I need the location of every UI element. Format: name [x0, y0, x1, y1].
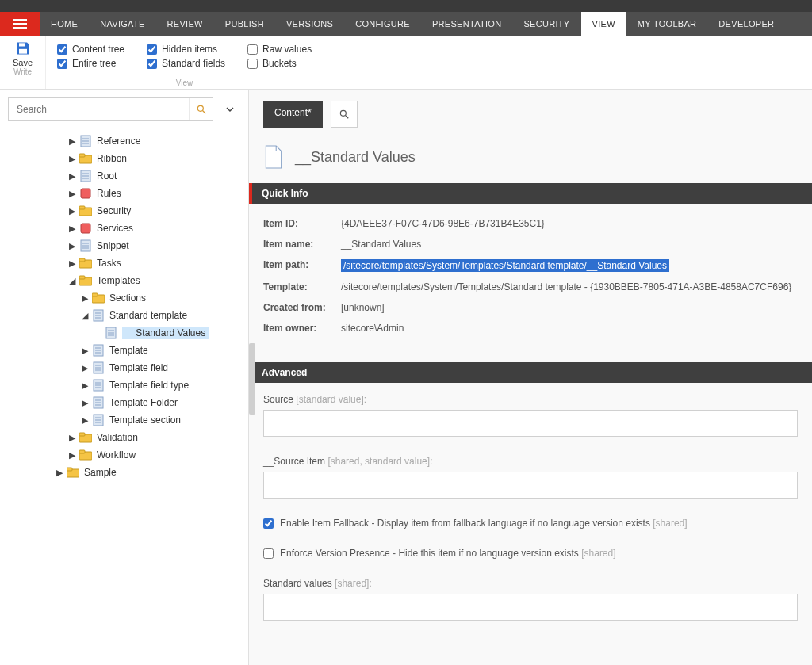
nav-tab-presentation[interactable]: PRESENTATION — [421, 12, 513, 36]
content-tab[interactable]: Content* — [263, 101, 323, 128]
nav-tab-my-toolbar[interactable]: MY TOOLBAR — [626, 12, 708, 36]
nav-tab-home[interactable]: HOME — [40, 12, 89, 36]
tree-expand-arrow[interactable]: ▶ — [68, 433, 76, 443]
nav-tab-security[interactable]: SECURITY — [512, 12, 580, 36]
ribbon-check-label: Hidden items — [162, 44, 217, 55]
hamburger-menu-button[interactable] — [0, 12, 40, 36]
ribbon-checkbox[interactable] — [247, 59, 258, 69]
search-box — [8, 97, 213, 121]
tree-expand-arrow[interactable]: ▶ — [68, 258, 76, 269]
ribbon-check-hidden-items[interactable]: Hidden items — [147, 44, 225, 55]
ribbon-check-content-tree[interactable]: Content tree — [57, 44, 124, 55]
tree-item-validation[interactable]: ▶Validation — [0, 429, 248, 446]
enforce-version-checkbox[interactable] — [263, 548, 274, 559]
ribbon-checkbox[interactable] — [147, 59, 157, 69]
ribbon-checkbox[interactable] — [57, 44, 67, 55]
nav-tab-publish[interactable]: PUBLISH — [214, 12, 275, 36]
content-tree: ▶Reference▶Ribbon▶Root▶Rules▶Security▶Se… — [0, 129, 248, 665]
ribbon-checkbox[interactable] — [147, 44, 157, 55]
document-icon — [263, 145, 284, 169]
tree-expand-arrow[interactable]: ▶ — [56, 468, 63, 478]
search-content-button[interactable] — [331, 101, 358, 128]
tree-item-root[interactable]: ▶Root — [0, 167, 248, 185]
tree-expand-arrow[interactable]: ▶ — [81, 415, 89, 426]
svg-point-2 — [197, 105, 203, 111]
tree-expand-arrow[interactable]: ▶ — [81, 398, 89, 408]
search-button[interactable] — [189, 98, 213, 120]
quick-info-header[interactable]: Quick Info — [249, 183, 812, 204]
tree-item-standard-template[interactable]: ◢Standard template — [0, 307, 248, 324]
tree-item-template-field-type[interactable]: ▶Template field type — [0, 376, 248, 394]
tree-expand-arrow[interactable]: ▶ — [68, 206, 76, 216]
tree-item-services[interactable]: ▶Services — [0, 220, 248, 237]
search-options-dropdown[interactable] — [220, 97, 240, 121]
template-icon — [79, 135, 92, 147]
tree-item-template[interactable]: ▶Template — [0, 342, 248, 359]
source-input[interactable] — [263, 410, 798, 437]
tree-expand-arrow[interactable]: ▶ — [68, 224, 76, 234]
save-button[interactable]: Save Write — [0, 36, 46, 89]
nav-tab-navigate[interactable]: NAVIGATE — [89, 12, 155, 36]
tree-item-template-field[interactable]: ▶Template field — [0, 359, 248, 376]
ribbon-checkbox[interactable] — [57, 59, 67, 69]
nav-tab-configure[interactable]: CONFIGURE — [344, 12, 421, 36]
enforce-version-label[interactable]: Enforce Version Presence - Hide this ite… — [280, 548, 616, 559]
standard-values-input[interactable] — [263, 594, 798, 621]
nav-tab-developer[interactable]: DEVELOPER — [707, 12, 785, 36]
tree-expand-arrow[interactable]: ▶ — [68, 450, 76, 461]
tree-item-tasks[interactable]: ▶Tasks — [0, 254, 248, 272]
tree-item-security[interactable]: ▶Security — [0, 202, 248, 220]
ribbon-check-buckets[interactable]: Buckets — [247, 58, 312, 69]
tree-item-workflow[interactable]: ▶Workflow — [0, 446, 248, 464]
nav-tab-versions[interactable]: VERSIONS — [275, 12, 344, 36]
qi-item-id[interactable]: {4DAEEE37-F07C-47D6-98E6-7B731B4E35C1} — [341, 218, 798, 229]
nav-tab-view[interactable]: VIEW — [581, 12, 626, 36]
tree-item-template-folder[interactable]: ▶Template Folder — [0, 394, 248, 411]
tree-expand-arrow[interactable]: ◢ — [68, 276, 76, 286]
enable-fallback-checkbox[interactable] — [263, 518, 274, 529]
tree-expand-arrow[interactable]: ▶ — [81, 363, 89, 373]
tree-item-sections[interactable]: ▶Sections — [0, 289, 248, 307]
svg-rect-59 — [79, 450, 85, 453]
nav-tab-review[interactable]: REVIEW — [156, 12, 214, 36]
qi-item-path[interactable]: /sitecore/templates/System/Templates/Sta… — [341, 259, 669, 272]
tree-item-label: Services — [97, 223, 133, 234]
advanced-header[interactable]: Advanced — [249, 362, 812, 383]
tree-expand-arrow[interactable]: ▶ — [68, 136, 76, 147]
ribbon-check-label: Raw values — [262, 44, 312, 55]
splitter-handle[interactable] — [249, 343, 255, 415]
tree-item-ribbon[interactable]: ▶Ribbon — [0, 150, 248, 167]
ribbon-check-standard-fields[interactable]: Standard fields — [147, 58, 225, 69]
tree-item-templates[interactable]: ◢Templates — [0, 272, 248, 289]
tree-expand-arrow[interactable]: ◢ — [81, 311, 89, 321]
tree-expand-arrow[interactable]: ▶ — [68, 154, 76, 164]
tree-item-reference[interactable]: ▶Reference — [0, 132, 248, 150]
tree-item-label: Security — [97, 205, 131, 216]
tree-item-sample[interactable]: ▶Sample — [0, 464, 248, 481]
qi-template[interactable]: /sitecore/templates/System/Templates/Sta… — [341, 281, 798, 292]
tree-item-template-section[interactable]: ▶Template section — [0, 411, 248, 429]
folder-icon — [79, 204, 92, 217]
qi-item-name[interactable]: __Standard Values — [341, 239, 798, 250]
enable-fallback-label[interactable]: Enable Item Fallback - Display item from… — [280, 518, 688, 529]
qi-created-from[interactable]: [unknown] — [341, 302, 798, 313]
source-item-input[interactable] — [263, 472, 798, 499]
ribbon-check-entire-tree[interactable]: Entire tree — [57, 58, 124, 69]
tree-expand-arrow[interactable]: ▶ — [68, 189, 76, 199]
ribbon-checkbox[interactable] — [247, 44, 258, 55]
qi-item-owner[interactable]: sitecore\Admin — [341, 323, 798, 334]
tree-item--standard-values[interactable]: __Standard Values — [0, 324, 248, 342]
qi-created-from-label: Created from: — [263, 302, 341, 313]
tree-item-snippet[interactable]: ▶Snippet — [0, 237, 248, 254]
tree-expand-arrow[interactable]: ▶ — [81, 293, 89, 304]
svg-rect-14 — [81, 189, 90, 198]
tree-expand-arrow[interactable]: ▶ — [68, 171, 76, 182]
tree-expand-arrow[interactable]: ▶ — [81, 380, 89, 391]
ribbon-check-raw-values[interactable]: Raw values — [247, 44, 312, 55]
svg-line-63 — [345, 116, 348, 119]
tree-expand-arrow[interactable]: ▶ — [68, 241, 76, 251]
tree-item-rules[interactable]: ▶Rules — [0, 185, 248, 202]
svg-rect-0 — [19, 43, 25, 46]
search-input[interactable] — [9, 98, 189, 120]
tree-expand-arrow[interactable]: ▶ — [81, 346, 89, 356]
